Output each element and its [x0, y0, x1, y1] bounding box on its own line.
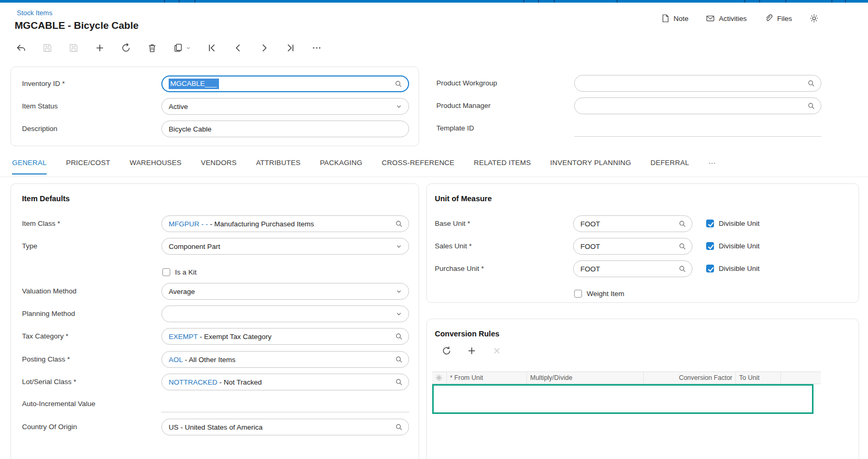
tab-attributes[interactable]: ATTRIBUTES [256, 159, 301, 173]
base-unit-label: Base Unit * [435, 220, 470, 227]
column-header-multiply-divide[interactable]: Multiply/Divide [527, 372, 644, 384]
back-button[interactable] [16, 42, 27, 53]
posting-class-input[interactable]: AOL - All Other Items [161, 351, 409, 368]
clipboard-button[interactable] [173, 42, 191, 53]
country-of-origin-input[interactable]: US - United States of America [161, 419, 409, 435]
posting-class-field: Posting Class * AOL - All Other Items [11, 351, 419, 368]
clipboard-chevron-icon[interactable] [185, 45, 191, 51]
screen-settings-button[interactable] [809, 14, 819, 23]
next-record-button[interactable] [259, 42, 270, 53]
refresh-button[interactable] [441, 345, 452, 356]
purchase-unit-input[interactable]: FOOT [573, 260, 693, 277]
search-icon[interactable] [395, 333, 403, 341]
search-icon[interactable] [395, 423, 403, 431]
cancel-button[interactable] [120, 42, 131, 53]
conversion-rules-panel: Conversion Rules * From Unit Multiply/Di… [426, 319, 859, 459]
template-id-input[interactable] [574, 120, 821, 137]
planning-method-select[interactable] [161, 305, 409, 322]
toolbar-overflow-button[interactable] [311, 42, 322, 53]
is-a-kit-field[interactable]: Is a Kit [11, 264, 419, 281]
search-icon[interactable] [395, 356, 403, 364]
add-row-button[interactable] [466, 345, 477, 356]
tab-deferral[interactable]: DEFERRAL [651, 159, 689, 173]
product-manager-input[interactable] [574, 97, 821, 114]
chevron-down-icon[interactable] [395, 243, 403, 250]
column-header-to-unit[interactable]: To Unit [736, 372, 781, 384]
tab-warehouses[interactable]: WAREHOUSES [129, 159, 181, 173]
lot-serial-class-input[interactable]: NOTTRACKED - Not Tracked [161, 374, 409, 390]
search-icon[interactable] [807, 80, 815, 88]
inventory-id-input[interactable]: MGCABLE___ [161, 75, 409, 92]
search-icon[interactable] [807, 102, 815, 110]
search-icon[interactable] [394, 80, 402, 88]
planning-method-label: Planning Method [22, 310, 75, 318]
column-header-from-unit[interactable]: * From Unit [447, 372, 527, 384]
type-select[interactable]: Component Part [161, 238, 409, 255]
activities-button[interactable]: Activities [706, 14, 746, 23]
files-label: Files [777, 15, 792, 23]
grid-settings-button[interactable] [432, 372, 447, 384]
search-icon[interactable] [395, 378, 403, 386]
tab-bar: GENERAL PRICE/COST WAREHOUSES VENDORS AT… [12, 159, 716, 174]
is-a-kit-label: Is a Kit [175, 268, 196, 276]
item-class-input[interactable]: MFGPUR - - - Manufacturing Purchased Ite… [161, 215, 409, 232]
last-record-button[interactable] [285, 42, 296, 53]
divisible-unit-checkbox[interactable] [706, 265, 714, 272]
note-button[interactable]: Note [661, 14, 689, 23]
column-header-conversion-factor[interactable]: Conversion Factor [644, 372, 736, 384]
chevron-down-icon[interactable] [395, 310, 403, 318]
tab-related-items[interactable]: RELATED ITEMS [474, 159, 531, 173]
tab-price-cost[interactable]: PRICE/COST [66, 159, 111, 173]
sales-unit-input[interactable]: FOOT [573, 238, 693, 255]
purchase-unit-field: Purchase Unit * FOOT Divisible Unit [427, 260, 859, 277]
divisible-unit-checkbox[interactable] [706, 220, 714, 227]
description-input[interactable]: Bicycle Cable [161, 121, 409, 137]
add-record-button[interactable] [94, 42, 105, 53]
product-workgroup-field: Product Workgroup [436, 75, 821, 92]
search-icon[interactable] [678, 265, 686, 273]
search-icon[interactable] [395, 220, 403, 228]
product-workgroup-input[interactable] [574, 75, 821, 92]
chevron-down-icon[interactable] [395, 288, 403, 296]
product-manager-field: Product Manager [436, 97, 821, 114]
search-icon[interactable] [678, 243, 686, 250]
topbar-tick [179, 0, 180, 3]
note-label: Note [674, 15, 689, 23]
divisible-unit-checkbox[interactable] [706, 242, 714, 250]
weight-item-checkbox[interactable] [574, 290, 582, 298]
save-button[interactable] [68, 42, 79, 53]
base-unit-input[interactable]: FOOT [573, 215, 693, 232]
weight-item-field[interactable]: Weight Item [427, 286, 859, 302]
delete-row-button[interactable] [491, 345, 502, 356]
selection-highlight [432, 384, 814, 414]
tab-cross-reference[interactable]: CROSS-REFERENCE [382, 159, 455, 173]
tab-general[interactable]: GENERAL [12, 159, 47, 174]
sales-unit-label: Sales Unit * [435, 242, 472, 250]
chevron-down-icon[interactable] [395, 103, 403, 111]
files-button[interactable]: Files [764, 14, 792, 23]
save-close-button[interactable] [42, 42, 53, 53]
breadcrumb[interactable]: Stock Items [17, 9, 52, 17]
is-a-kit-checkbox[interactable] [162, 268, 170, 276]
inventory-id-label: Inventory ID * [22, 80, 65, 88]
copy-icon[interactable] [173, 42, 184, 53]
top-accent-bar [0, 0, 868, 3]
divisible-unit-label: Divisible Unit [719, 265, 760, 272]
item-status-select[interactable]: Active [161, 98, 409, 115]
search-icon[interactable] [678, 220, 686, 228]
tax-category-input[interactable]: EXEMPT - Exempt Tax Category [161, 328, 409, 345]
valuation-method-select[interactable]: Average [161, 283, 409, 300]
description-label: Description [22, 125, 58, 133]
first-record-button[interactable] [206, 42, 217, 53]
gear-icon [435, 374, 443, 381]
auto-incremental-value-input[interactable] [161, 396, 409, 412]
tab-inventory-planning[interactable]: INVENTORY PLANNING [550, 159, 631, 173]
prev-record-button[interactable] [233, 42, 244, 53]
planning-method-field: Planning Method [11, 305, 419, 322]
tab-packaging[interactable]: PACKAGING [320, 159, 362, 173]
item-status-label: Item Status [22, 102, 58, 110]
topbar-tick [845, 0, 846, 3]
tab-vendors[interactable]: VENDORS [201, 159, 236, 173]
delete-button[interactable] [147, 42, 158, 53]
tab-overflow[interactable]: ··· [708, 159, 716, 173]
